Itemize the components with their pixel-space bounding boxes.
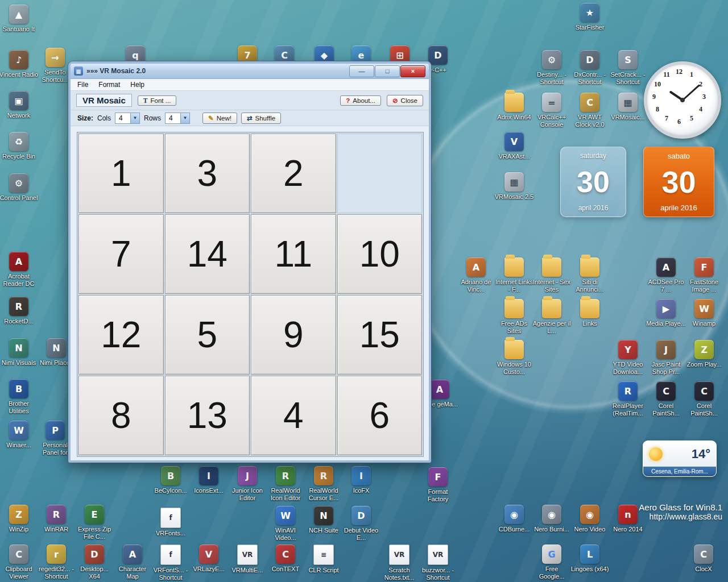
desktop-icon-nch-suite[interactable]: NNCH Suite xyxy=(304,506,344,534)
desktop-icon-vrmosaic[interactable]: ▦VRMosaic... xyxy=(608,93,648,121)
desktop-icon-junior-icon-editor[interactable]: JJunior Icon Editor xyxy=(228,466,267,501)
mosaic-tile-12[interactable]: 12 xyxy=(78,295,164,375)
desktop-icon-format-factory[interactable]: FFormat Factory xyxy=(418,467,458,502)
desktop-icon-express-zip-file-c[interactable]: EExpress Zip File C... xyxy=(75,505,114,540)
desktop-icon-nero-video[interactable]: ◉Nero Video xyxy=(570,505,610,533)
desktop-icon-character-map[interactable]: ACharacter Map xyxy=(113,544,152,580)
mosaic-tile-13[interactable]: 13 xyxy=(165,376,250,455)
desktop-icon-destiny-shortcut[interactable]: ⚙Destiny... - Shortcut xyxy=(532,50,572,85)
mosaic-tile-5[interactable]: 5 xyxy=(165,295,250,375)
mosaic-tile-9[interactable]: 9 xyxy=(251,295,336,375)
desktop-icon-zoom-play[interactable]: ZZoom Play... xyxy=(684,340,724,368)
desktop-icon-adriano-de-vinc[interactable]: AAdriano de Vinc... xyxy=(456,257,496,293)
mosaic-tile-6[interactable]: 6 xyxy=(337,376,423,455)
menu-format[interactable]: Format xyxy=(94,80,125,90)
close-action-button[interactable]: ⊘ Close xyxy=(387,95,423,106)
desktop-icon-nero-burni[interactable]: ◉Nero Burni... xyxy=(532,505,572,533)
desktop-icon-internet-links-f[interactable]: Internet Links - F... xyxy=(494,257,534,293)
desktop-icon-vincent-radio[interactable]: ♪Vincent Radio xyxy=(0,50,39,78)
desktop-icon-winavi-video[interactable]: WWinAVI Video... xyxy=(266,506,305,541)
desktop-icon-internet-sex-sites[interactable]: Internet - Sex Sites xyxy=(532,257,572,293)
mosaic-tile-11[interactable]: 11 xyxy=(251,214,336,294)
desktop-icon-realworld-icon-editor[interactable]: RRealWorld Icon Editor xyxy=(266,466,305,501)
desktop-icon-scratch-notes-txt[interactable]: VRScratch Notes.txt... xyxy=(379,544,419,581)
desktop-icon-vraxast[interactable]: VVRAXAst... xyxy=(494,132,534,160)
desktop-icon-faststone-image[interactable]: FFastStone Image ... xyxy=(684,257,724,293)
desktop-icon-vrmultie[interactable]: VRVRMultiE... xyxy=(228,544,267,574)
shuffle-button[interactable]: ⇄ Shuffle xyxy=(241,113,281,124)
desktop-icon-clocx[interactable]: CClocX xyxy=(684,544,723,573)
mosaic-tile-3[interactable]: 3 xyxy=(165,134,250,213)
desktop-icon-iconsext[interactable]: IIconsExt... xyxy=(189,466,229,494)
desktop-icon-winrar[interactable]: RWinRAR xyxy=(36,505,76,533)
desktop-icon-links[interactable]: Links xyxy=(570,299,610,327)
desktop-icon-realworld-cursor-e[interactable]: RRealWorld Cursor E... xyxy=(304,466,344,501)
desktop-icon-agenzie-per-il-l[interactable]: Agenzie per il L... xyxy=(532,299,572,334)
new-button[interactable]: ✎ New! xyxy=(202,113,237,124)
desktop-icon-ytd-video-downloa[interactable]: YYTD Video Downloa... xyxy=(608,340,648,375)
mosaic-tile-10[interactable]: 10 xyxy=(337,214,423,294)
menu-help[interactable]: Help xyxy=(126,80,149,90)
glass-calendar-gadget[interactable]: saturday 30 april 2016 xyxy=(560,147,626,217)
desktop-icon-lingoes-x64[interactable]: LLingoes (x64) xyxy=(570,544,610,573)
mosaic-tile-2[interactable]: 2 xyxy=(251,134,336,213)
minimize-button[interactable]: — xyxy=(349,65,374,77)
mosaic-tile-8[interactable]: 8 xyxy=(78,376,164,455)
desktop-icon-realplayer-realtim[interactable]: RRealPlayer (RealTim... xyxy=(608,381,648,417)
close-button[interactable]: × xyxy=(400,65,425,77)
desktop-icon-siti-di-annunci[interactable]: Siti di Annunci... xyxy=(570,257,610,293)
desktop-icon-dxcontr-shortcut[interactable]: DDxContr... - Shortcut xyxy=(570,50,610,85)
desktop-icon-setcrack-shortcut[interactable]: SSetCrack... - Shortcut xyxy=(608,50,648,85)
mosaic-tile-4[interactable]: 4 xyxy=(251,376,336,455)
desktop-icon-clipboard-viewer[interactable]: CClipboard Viewer xyxy=(0,544,39,580)
desktop-icon-free-ads-sites[interactable]: Free ADs Sites xyxy=(494,299,534,334)
desktop-icon-buzzwor-shortcut[interactable]: VRbuzzwor... - Shortcut xyxy=(418,544,458,581)
desktop-icon-winaer[interactable]: WWinaer... xyxy=(0,421,39,449)
desktop-icon-regedit32-shortcut[interactable]: rregedit32... - Shortcut xyxy=(36,544,76,580)
desktop-icon-media-playe[interactable]: ▶Media Playe... xyxy=(646,299,686,327)
desktop-icon-corel-paintsh[interactable]: CCorel PaintSh... xyxy=(684,381,724,417)
desktop-icon-recycle-bin[interactable]: ♻Recycle Bin xyxy=(0,132,39,160)
desktop-icon-free-google[interactable]: GFree Google... xyxy=(532,544,572,580)
about-button[interactable]: ? About... xyxy=(340,95,381,106)
weather-gadget[interactable]: 14° Cesena, Emilia-Rom... xyxy=(643,440,717,477)
desktop-icon-windows-10-custo[interactable]: Windows 10 Custo... xyxy=(494,340,534,375)
desktop-icon-vrfonts-shortcut[interactable]: fVRFontS... - Shortcut xyxy=(151,544,191,581)
desktop-icon-control-panel[interactable]: ⚙Control Panel xyxy=(0,173,39,202)
desktop-icon-becyicon[interactable]: BBeCyIcon... xyxy=(151,466,191,494)
desktop-icon-network[interactable]: ▣Network xyxy=(0,91,39,119)
menu-file[interactable]: File xyxy=(73,80,93,90)
desktop-icon-cdburne[interactable]: ◉CDBurne... xyxy=(494,505,534,533)
titlebar[interactable]: ▦ »»» VR Mosaic 2.0 — □ × xyxy=(71,64,429,79)
desktop-icon-brother-utilities[interactable]: BBrother Utilities xyxy=(0,379,39,414)
desktop-icon-icofx[interactable]: IIcoFX xyxy=(341,466,381,494)
desktop-icon-vrmosaic-2-5[interactable]: ▦VRMosaic 2.5 xyxy=(494,172,534,201)
orange-calendar-gadget[interactable]: sabato 30 aprile 2016 xyxy=(643,147,714,217)
rows-select[interactable]: 4 ▼ xyxy=(165,113,190,124)
desktop-icon-adrix-win64[interactable]: Adrix Win64 xyxy=(494,93,534,121)
font-button[interactable]: T Font ... xyxy=(138,95,176,106)
desktop-icon-acrobat-reader-dc[interactable]: AAcrobat Reader DC xyxy=(0,252,39,287)
desktop-icon-clr-script[interactable]: ≡CLR Script xyxy=(304,544,344,574)
maximize-button[interactable]: □ xyxy=(375,65,400,77)
desktop-icon-winamp[interactable]: WWinamp xyxy=(684,299,724,327)
desktop-icon-context[interactable]: CConTEXT xyxy=(266,544,305,573)
desktop-icon-starfisher[interactable]: ★StarFisher xyxy=(570,3,610,31)
desktop-icon-desktop-x64[interactable]: DDesktop... X64 xyxy=(75,544,114,580)
desktop-icon-vr-awt-clock-v2-0[interactable]: CVR AWT Clock v2.0 xyxy=(570,93,610,128)
clock-gadget[interactable]: 121234567891011 xyxy=(644,61,721,139)
desktop-icon-rocketd[interactable]: RRocketD... xyxy=(0,297,39,325)
mosaic-tile-1[interactable]: 1 xyxy=(78,134,164,213)
desktop-icon-vrcalc-console[interactable]: =VRCalc++ Console xyxy=(532,93,572,128)
desktop-icon-corel-paintsh[interactable]: CCorel PaintSh... xyxy=(646,381,686,417)
cols-select[interactable]: 4 ▼ xyxy=(115,113,140,124)
desktop-icon-jasc-paint-shop-pr[interactable]: JJasc Paint Shop Pr... xyxy=(646,340,686,375)
mosaic-tile-7[interactable]: 7 xyxy=(78,214,164,294)
desktop-icon-acdsee-pro-7[interactable]: AACDSee Pro 7 ... xyxy=(646,257,686,293)
mosaic-tile-14[interactable]: 14 xyxy=(165,214,250,294)
desktop-icon-winzip[interactable]: ZWinZip xyxy=(0,505,39,533)
desktop-icon-santuario-it[interactable]: ▲Santuario It xyxy=(0,5,39,33)
desktop-icon-nimi-visuals[interactable]: NNimi Visuals xyxy=(0,338,39,367)
desktop-icon-vrlazye[interactable]: VVRLazyE... xyxy=(189,544,229,573)
desktop-icon-debut-video-e[interactable]: DDebut Video E... xyxy=(341,506,381,541)
